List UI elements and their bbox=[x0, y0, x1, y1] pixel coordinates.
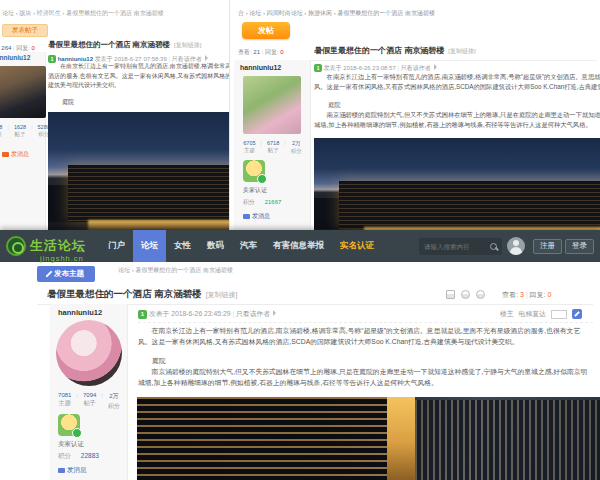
cert-avatar-icon bbox=[58, 414, 80, 436]
author-stats: 7081主题 | 7094帖子 | 2万积分 bbox=[50, 392, 128, 411]
thread-title: 暑假里最想住的一个酒店 南京涵碧楼[复制链接] bbox=[47, 288, 238, 301]
post-paragraph-2: 南京涵碧楼的庭院特别大气,但又不失苏式园林在细节上的雕琢,只是在庭院的走廊里走动… bbox=[314, 110, 600, 130]
site-domain[interactable]: jingshh.cn bbox=[40, 254, 84, 263]
author-name[interactable]: hanniuniu12 bbox=[0, 54, 30, 61]
post-subheading: 庭院 bbox=[328, 100, 341, 110]
post-paragraph-1: 在南京长江边上有一家特别有范儿的酒店,南京涵碧楼,格调非常高,号称“超星级”的文… bbox=[314, 72, 600, 92]
post-paragraph-1: 在南京长江边上有一家特别有范儿的酒店,南京涵碧楼,格调非常高,号称“超星级”的文… bbox=[48, 62, 237, 91]
nav-item-digital[interactable]: 数码 bbox=[199, 230, 232, 262]
search-input[interactable] bbox=[424, 243, 490, 250]
copy-link[interactable]: [复制链接] bbox=[206, 291, 238, 298]
author-name[interactable]: hanniuniu12 bbox=[240, 64, 281, 71]
chevron-right-icon bbox=[205, 55, 208, 61]
credits-value[interactable]: 22883 bbox=[81, 452, 99, 459]
floor-badge: 1 bbox=[138, 310, 147, 319]
credits-row: 积分 22883 bbox=[58, 452, 99, 461]
author-stats: 6705主题 | 6718帖子 | 2万积分 bbox=[234, 140, 311, 155]
nav-item-realname[interactable]: 实名认证 bbox=[332, 230, 382, 262]
replies-count: 0 bbox=[280, 49, 283, 55]
floor-number-input[interactable] bbox=[551, 310, 567, 319]
photo-layer bbox=[68, 165, 237, 223]
hotel-photo[interactable] bbox=[48, 112, 237, 237]
nav-item-cars[interactable]: 汽车 bbox=[232, 230, 265, 262]
search-icon[interactable] bbox=[490, 243, 497, 250]
hotel-photo[interactable] bbox=[314, 138, 600, 241]
new-thread-button[interactable]: 发布主题 bbox=[37, 266, 95, 282]
post-subheading: 庭院 bbox=[152, 356, 166, 367]
author-avatar[interactable] bbox=[56, 320, 122, 386]
only-author-link[interactable]: 只看该作者 bbox=[236, 310, 270, 317]
login-button[interactable]: 登录 bbox=[565, 239, 594, 254]
send-message-link[interactable]: 发消息 bbox=[2, 150, 29, 159]
louzhu-label: 楼主 bbox=[500, 309, 514, 319]
forum-screenshot-topleft: 论坛 › 版块 › 经济民生 › 暑假里最想住的一个酒店 南京涵碧楼 发表帖子 … bbox=[0, 0, 237, 237]
new-post-button[interactable]: 发表帖子 bbox=[2, 24, 48, 37]
chevron-right-icon bbox=[273, 310, 276, 316]
seller-cert-label: 卖家认证 bbox=[58, 440, 84, 449]
thread-title: 暑假里最想住的一个酒店 南京涵碧楼[复制链接] bbox=[48, 40, 201, 50]
share-icon[interactable] bbox=[461, 290, 470, 299]
photo-layer bbox=[339, 181, 600, 228]
divider bbox=[138, 322, 593, 323]
nav-item-report[interactable]: 有害信息举报 bbox=[265, 230, 332, 262]
copy-link[interactable]: [复制链接] bbox=[448, 48, 475, 54]
author-sidebar: hanniuniu12 1028主题 | 1628帖子 | 5280积分 发消息 bbox=[0, 52, 46, 237]
photo-layer bbox=[415, 400, 600, 480]
message-icon bbox=[243, 214, 250, 219]
elevator-label[interactable]: 电梯直达 bbox=[519, 309, 546, 319]
credits-value[interactable]: 21667 bbox=[265, 199, 282, 205]
author-avatar[interactable] bbox=[0, 66, 46, 118]
photo-layer bbox=[387, 397, 415, 480]
nav-item-women[interactable]: 女性 bbox=[166, 230, 199, 262]
floor-badge: 1 bbox=[314, 64, 322, 72]
register-button[interactable]: 注册 bbox=[533, 239, 562, 254]
replies-count: 0 bbox=[547, 291, 551, 298]
message-icon bbox=[2, 152, 9, 157]
site-logo-text[interactable]: 生活论坛 bbox=[30, 237, 86, 255]
print-icon[interactable] bbox=[446, 290, 455, 299]
pencil-icon bbox=[45, 270, 52, 277]
chevron-right-icon bbox=[434, 64, 437, 70]
breadcrumb[interactable]: 论坛 › 版块 › 经济民生 › 暑假里最想住的一个酒店 南京涵碧楼 bbox=[2, 9, 164, 18]
forum-screenshot-main: 生活论坛 门户 论坛 女性 数码 汽车 有害信息举报 实名认证 注册 登录 ji… bbox=[0, 230, 600, 480]
send-message-link[interactable]: 发消息 bbox=[243, 212, 270, 221]
author-stats: 1028主题 | 1628帖子 | 5280积分 bbox=[0, 124, 52, 138]
elevator-controls: 楼主 电梯直达 bbox=[500, 309, 582, 319]
author-sidebar: hanniuniu12 7081主题 | 7094帖子 | 2万积分 卖家认证 … bbox=[50, 304, 128, 480]
thread-tools bbox=[446, 290, 485, 299]
author-name[interactable]: hanniuniu12 bbox=[58, 308, 102, 317]
forum-screenshot-topright: 合 › 论坛 › 四周时尚论坛 › 旅游休闲 › 暑假里最想住的一个酒店 南京涵… bbox=[229, 0, 600, 241]
breadcrumb[interactable]: 合 › 论坛 › 四周时尚论坛 › 旅游休闲 › 暑假里最想住的一个酒店 南京涵… bbox=[238, 9, 435, 18]
view-reply-counts: 查看: 21 | 回复: 0 bbox=[238, 48, 284, 57]
search-box[interactable] bbox=[419, 238, 502, 255]
author-sidebar: hanniuniu12 6705主题 | 6718帖子 | 2万积分 卖家认证 … bbox=[234, 60, 311, 241]
views-count: 21 bbox=[253, 49, 260, 55]
nav-item-forum[interactable]: 论坛 bbox=[133, 230, 166, 262]
post-subheading: 庭院 bbox=[62, 98, 74, 108]
new-post-button[interactable]: 发帖 bbox=[242, 22, 290, 39]
breadcrumb[interactable]: 论坛 › 暑假里最想住的一个酒店 南京涵碧楼 bbox=[118, 266, 233, 275]
copy-link[interactable]: [复制链接] bbox=[174, 42, 201, 48]
send-message-link[interactable]: 发消息 bbox=[58, 466, 87, 475]
user-avatar-icon[interactable] bbox=[507, 237, 525, 255]
site-logo-icon[interactable] bbox=[6, 236, 26, 256]
credits-row: 积分 21667 bbox=[243, 198, 281, 207]
photo-layer bbox=[137, 397, 387, 480]
nav-item-portal[interactable]: 门户 bbox=[100, 230, 133, 262]
author-avatar[interactable] bbox=[243, 76, 301, 134]
replies-count: 0 bbox=[32, 45, 35, 51]
message-icon bbox=[58, 468, 65, 473]
main-navbar: 生活论坛 门户 论坛 女性 数码 汽车 有害信息举报 实名认证 注册 登录 bbox=[0, 230, 600, 262]
thread-title: 暑假里最想住的一个酒店 南京涵碧楼[复制链接] bbox=[314, 45, 476, 56]
hotel-photo[interactable] bbox=[137, 397, 600, 480]
post-paragraph-2: 南京涵碧楼的庭院特别大气,但又不失苏式园林在细节上的雕琢,只是在庭院的走廊里走动… bbox=[138, 367, 593, 389]
post-paragraph-1: 在南京长江边上有一家特别有范儿的酒店,南京涵碧楼,格调非常高,号称“超星级”的文… bbox=[138, 326, 593, 348]
only-author-link[interactable]: 只看该作者 bbox=[401, 65, 431, 71]
views-count: 3 bbox=[520, 291, 524, 298]
views-count: 264 bbox=[1, 45, 11, 51]
post-meta: 1 发表于 2018-6-26 23:45:29 | 只看该作者 bbox=[138, 309, 276, 319]
cert-avatar-icon bbox=[243, 160, 265, 182]
seller-cert-label: 卖家认证 bbox=[243, 186, 267, 195]
jump-icon[interactable] bbox=[572, 309, 582, 319]
favorite-icon[interactable] bbox=[476, 290, 485, 299]
